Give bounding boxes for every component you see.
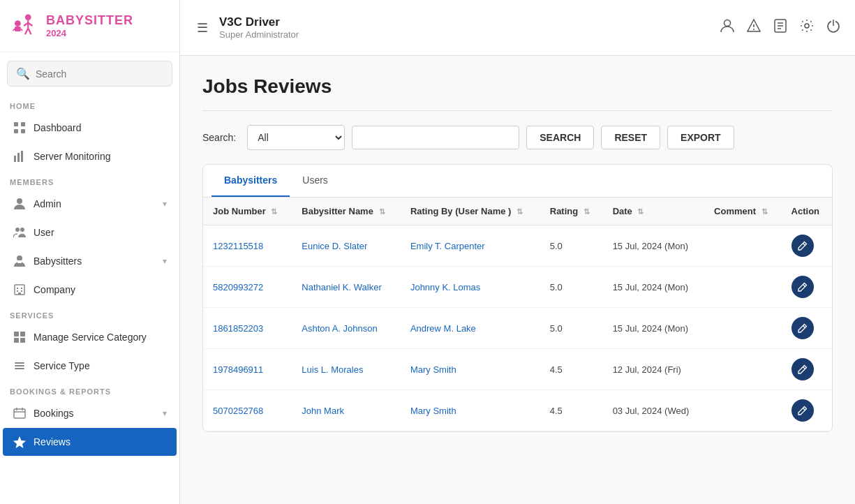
rating-by-link-3[interactable]: Mary Smith: [410, 364, 456, 375]
edit-button-0[interactable]: [791, 235, 814, 257]
reset-button[interactable]: RESET: [601, 126, 660, 149]
svg-line-50: [803, 285, 805, 287]
babysitter-name-link-3[interactable]: Luis L. Morales: [302, 364, 363, 375]
search-input[interactable]: [36, 68, 163, 80]
sidebar-item-reviews[interactable]: Reviews: [3, 428, 177, 456]
sidebar-item-server-monitoring[interactable]: Server Monitoring: [3, 142, 177, 170]
star-icon: [13, 435, 27, 449]
edit-button-3[interactable]: [791, 358, 814, 380]
svg-rect-29: [20, 332, 25, 336]
rating-by-link-4[interactable]: Mary Smith: [410, 406, 456, 416]
sidebar-search-box[interactable]: 🔍: [7, 61, 172, 87]
col-babysitter-name: Babysitter Name ⇅: [292, 198, 401, 225]
table-body: 1232115518 Eunice D. Slater Emily T. Car…: [203, 225, 832, 431]
settings-icon[interactable]: [799, 18, 815, 37]
sidebar-item-bookings[interactable]: Bookings ▾: [3, 399, 177, 427]
topbar-title-block: V3C Driver Super Administrator: [219, 15, 711, 40]
chevron-down-icon-2: ▾: [163, 256, 167, 266]
page-title: Jobs Reviews: [202, 75, 833, 98]
svg-point-0: [25, 14, 31, 20]
topbar-sub-title: Super Administrator: [219, 29, 711, 40]
svg-rect-31: [20, 338, 25, 343]
svg-point-47: [805, 24, 809, 28]
job-number-link-4[interactable]: 5070252768: [213, 406, 263, 416]
page-divider: [202, 110, 833, 111]
sidebar-item-manage-service-category[interactable]: Manage Service Category: [3, 323, 177, 351]
rating-by-link-1[interactable]: Johnny K. Lomas: [410, 282, 480, 292]
job-number-link-2[interactable]: 1861852203: [213, 323, 263, 334]
sidebar-item-admin[interactable]: Admin ▾: [3, 190, 177, 218]
edit-button-1[interactable]: [791, 276, 814, 298]
sidebar-item-company[interactable]: Company: [3, 276, 177, 304]
reviews-table: Job Number ⇅ Babysitter Name ⇅ Rating By…: [203, 198, 832, 431]
table-row: 5070252768 John Mark Mary Smith 4.5 03 J…: [203, 390, 832, 431]
cell-rating-3: 4.5: [540, 349, 603, 390]
search-button[interactable]: SEARCH: [526, 126, 594, 149]
job-number-link-1[interactable]: 5820993272: [213, 282, 263, 292]
sidebar-item-label-service-type: Service Type: [34, 360, 90, 371]
svg-rect-33: [15, 365, 24, 366]
section-label-services: SERVICES: [0, 304, 179, 323]
rating-by-link-0[interactable]: Emily T. Carpenter: [410, 241, 485, 251]
col-job-number: Job Number ⇅: [203, 198, 292, 225]
section-label-bookings: BOOKINGS & REPORTS: [0, 380, 179, 399]
user-icon[interactable]: [720, 18, 735, 37]
sidebar-item-label-company: Company: [34, 284, 75, 295]
babysitter-name-link-0[interactable]: Eunice D. Slater: [302, 241, 367, 251]
job-number-link-0[interactable]: 1232115518: [213, 241, 263, 251]
sidebar-item-user[interactable]: User: [3, 218, 177, 246]
cell-babysitter-name-4: John Mark: [292, 390, 401, 431]
svg-rect-25: [17, 290, 18, 292]
job-number-link-3[interactable]: 1978496911: [213, 364, 263, 375]
search-text-input[interactable]: [352, 126, 519, 149]
babysitter-name-link-1[interactable]: Nathaniel K. Walker: [302, 282, 381, 292]
cell-rating-by-2: Andrew M. Lake: [401, 308, 540, 349]
alert-icon[interactable]: [746, 18, 761, 37]
brand-name: BABYSITTER 2024: [46, 13, 133, 38]
menu-toggle-button[interactable]: ☰: [194, 17, 211, 38]
svg-line-49: [803, 244, 805, 246]
sort-icon-job-number[interactable]: ⇅: [271, 207, 277, 216]
sidebar-item-service-type[interactable]: Service Type: [3, 352, 177, 380]
edit-button-2[interactable]: [791, 317, 814, 339]
sidebar-item-dashboard[interactable]: Dashboard: [3, 114, 177, 142]
sidebar-item-label-manage-service-category: Manage Service Category: [34, 332, 147, 343]
cell-action-1: [782, 267, 832, 308]
sort-icon-comment[interactable]: ⇅: [761, 207, 768, 216]
person-badge-icon: [13, 254, 27, 268]
rating-by-link-2[interactable]: Andrew M. Lake: [410, 323, 476, 334]
sidebar-item-label-admin: Admin: [34, 198, 61, 209]
grid-2-icon: [13, 330, 27, 344]
babysitter-name-link-2[interactable]: Ashton A. Johnson: [302, 323, 377, 334]
export-button[interactable]: EXPORT: [667, 126, 734, 149]
tab-babysitters[interactable]: Babysitters: [211, 165, 290, 197]
sort-icon-rating[interactable]: ⇅: [583, 207, 590, 216]
cell-date-0: 15 Jul, 2024 (Mon): [603, 225, 704, 267]
svg-rect-15: [17, 153, 20, 162]
svg-line-51: [803, 326, 805, 328]
cell-date-4: 03 Jul, 2024 (Wed): [603, 390, 704, 431]
svg-rect-27: [18, 292, 21, 295]
sidebar-item-babysitters[interactable]: Babysitters ▾: [3, 247, 177, 275]
table-row: 1978496911 Luis L. Morales Mary Smith 4.…: [203, 349, 832, 390]
cell-action-2: [782, 308, 832, 349]
svg-point-6: [15, 20, 21, 27]
list-icon: [13, 359, 27, 373]
table-row: 1232115518 Eunice D. Slater Emily T. Car…: [203, 225, 832, 267]
sort-icon-date[interactable]: ⇅: [637, 207, 644, 216]
search-select[interactable]: All Job Number Babysitter Name Rating: [247, 125, 345, 150]
power-icon[interactable]: [826, 18, 841, 37]
svg-rect-7: [15, 27, 21, 31]
sort-icon-rating-by[interactable]: ⇅: [516, 207, 523, 216]
edit-button-4[interactable]: [791, 399, 814, 422]
col-comment: Comment ⇅: [704, 198, 782, 225]
cell-comment-3: [704, 349, 782, 390]
sort-icon-babysitter-name[interactable]: ⇅: [379, 207, 385, 216]
babysitter-name-link-4[interactable]: John Mark: [302, 406, 344, 416]
cell-comment-4: [704, 390, 782, 431]
cell-comment-2: [704, 308, 782, 349]
cell-babysitter-name-1: Nathaniel K. Walker: [292, 267, 401, 308]
notes-icon[interactable]: [773, 18, 788, 37]
tab-users[interactable]: Users: [290, 165, 341, 197]
person-icon: [13, 197, 27, 211]
